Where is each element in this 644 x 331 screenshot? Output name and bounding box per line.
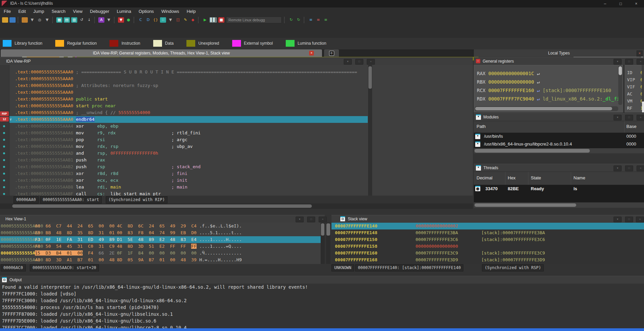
- flags-panel[interactable]: ID 0VIP 0VIF 0AC 0VM 0RF 1: [625, 65, 642, 112]
- panel-close-button[interactable]: ×: [637, 166, 644, 171]
- registers-panel[interactable]: RAX 000000000000001C ↵RBX 00000000000000…: [474, 65, 623, 112]
- stack-vertical-scroll-thumb[interactable]: [326, 223, 330, 236]
- dropdown-icon[interactable]: ▼: [106, 17, 112, 23]
- threads-column-state[interactable]: State: [531, 175, 541, 180]
- register-row[interactable]: RAX 000000000000001C ↵: [477, 71, 540, 76]
- disasm-line[interactable]: .text:000055555555AAA0 public start: [0, 96, 473, 103]
- tab-output[interactable]: 0: [324, 49, 339, 57]
- panel-dock-button[interactable]: ▾: [613, 59, 622, 65]
- tab-local-types[interactable]: Local Types: [474, 49, 644, 57]
- dropdown-icon[interactable]: ▼: [29, 17, 35, 23]
- module-row[interactable]: */usr/lib/x86_64-linux-gnu/libpcre2-8.so…: [474, 140, 644, 148]
- resume-icon[interactable]: ●: [125, 17, 132, 23]
- disasm-line[interactable]: .text:000055555555AAA0: [0, 89, 473, 96]
- menu-item-edit[interactable]: Edit: [15, 7, 29, 16]
- panel-maximize-button[interactable]: □: [625, 166, 633, 171]
- register-row[interactable]: RCX 00007FFFFFFFE160 ↵ [stack]:00007FFFF…: [477, 88, 611, 93]
- disasm-line[interactable]: .text:000055555555AABF call cs:__libc_st…: [0, 191, 473, 196]
- panel-close-button[interactable]: ×: [367, 59, 375, 65]
- flag-row[interactable]: AC 0: [627, 91, 643, 96]
- disassembly-view[interactable]: .text:000055555555AAA0 ; ===============…: [0, 65, 473, 196]
- disasm-horizontal-scroll-thumb[interactable]: [12, 204, 312, 208]
- threads-table[interactable]: ◉3347082BEReadyls: [474, 185, 644, 202]
- disasm-line[interactable]: .text:000055555555AAA6 mov r9, rdx ; rtl…: [0, 130, 473, 136]
- disasm-line[interactable]: .text:000055555555AAA0 start proc near: [0, 103, 473, 109]
- breakpoint-icon[interactable]: ▼: [118, 17, 124, 23]
- menu-item-file[interactable]: File: [0, 7, 15, 16]
- flag-row[interactable]: RF 1: [627, 106, 643, 111]
- window-list-icon[interactable]: ▥: [71, 17, 77, 23]
- register-row[interactable]: RBX 0000000000000000 ↵: [477, 79, 540, 85]
- list-red-icon[interactable]: ≡: [315, 17, 321, 23]
- hex-vertical-scroll-thumb[interactable]: [321, 223, 324, 236]
- panel-dock-button[interactable]: ▾: [613, 217, 622, 222]
- debugger-setup-icon[interactable]: D: [145, 17, 151, 23]
- refresh-debugger-icon[interactable]: ↻: [296, 17, 302, 23]
- maximize-button[interactable]: □: [613, 0, 628, 7]
- flag-row[interactable]: VM 0: [627, 98, 643, 104]
- disasm-line[interactable]: .text:000055555555AAA0: [0, 75, 473, 82]
- panel-maximize-button[interactable]: □: [625, 115, 633, 120]
- flag-row[interactable]: VIP 0: [627, 77, 643, 82]
- flags-scroll-thumb[interactable]: [642, 102, 644, 112]
- menu-item-lumina[interactable]: Lumina: [113, 7, 135, 16]
- threads-column-decimal[interactable]: Decimal: [477, 175, 492, 180]
- hex-row[interactable]: 000055555555AA8000 66 C7 44 24 65 00 004…: [0, 223, 321, 229]
- hex-row[interactable]: 000055555555AA90EB BB 48 8D 35 8D 31 010…: [0, 229, 321, 236]
- panel-close-button[interactable]: ×: [636, 217, 644, 222]
- modules-column-base[interactable]: Base: [626, 124, 637, 129]
- panel-maximize-button[interactable]: □: [625, 59, 633, 65]
- disasm-line[interactable]: ∨.text:000055555555AAA0 endbr64: [0, 116, 473, 123]
- debugger-selector[interactable]: Remote Linux debugg: [226, 17, 282, 23]
- jump-arrow-icon[interactable]: ↓: [86, 17, 92, 23]
- disasm-line[interactable]: .text:000055555555AAB6 xor ecx, ecx ; in…: [0, 177, 473, 184]
- braces-icon[interactable]: {}: [153, 17, 159, 23]
- menu-item-debugger[interactable]: Debugger: [86, 7, 113, 16]
- save-file-icon[interactable]: [9, 17, 16, 23]
- window-text-icon[interactable]: ▤: [64, 17, 70, 23]
- threads-column-name[interactable]: Name: [573, 175, 585, 180]
- hex-row[interactable]: 000055555555AAB0F0 50 54 45 31 C0 31 C94…: [0, 243, 321, 250]
- column-divider[interactable]: [505, 172, 505, 185]
- hex-row[interactable]: 000055555555AAC015 D3 B4 01 00 F4 66 2E0…: [0, 250, 321, 257]
- compiler-icon[interactable]: C: [138, 17, 144, 23]
- threads-horizontal-scrollbar[interactable]: [474, 202, 644, 208]
- stack-row[interactable]: 00007FFFFFFFE16800007FFFFFFFE3D9[stack]:…: [331, 257, 644, 263]
- modules-horizontal-scrollbar[interactable]: [474, 148, 644, 153]
- pause-process-icon[interactable]: ▌▌: [209, 17, 217, 23]
- thread-row[interactable]: ◉3347082BEReadyls: [474, 185, 644, 193]
- disasm-line[interactable]: .text:000055555555AAA9 pop rsi ; argc: [0, 136, 473, 143]
- undo-icon[interactable]: ↺: [79, 17, 85, 23]
- disasm-vertical-scroll-thumb[interactable]: [368, 66, 372, 89]
- disasm-line[interactable]: .text:000055555555AAB3 xor r8d, r8d ; fi…: [0, 170, 473, 177]
- hex-row[interactable]: 000055555555AAA0F3 0F 1E FA 31 ED 49 89D…: [0, 236, 321, 243]
- stop-sign-icon[interactable]: ◆: [190, 17, 196, 23]
- registers-vertical-scroll-thumb[interactable]: [619, 66, 622, 75]
- panel-dock-button[interactable]: ▾: [296, 217, 304, 222]
- edit-icon[interactable]: ✎: [182, 17, 188, 23]
- panel-close-button[interactable]: ×: [637, 115, 644, 120]
- stack-row[interactable]: 00007FFFFFFFE16000007FFFFFFFE3C9[stack]:…: [331, 250, 644, 257]
- panel-maximize-button[interactable]: □: [625, 217, 633, 222]
- disasm-line[interactable]: .text:000055555555AAB8 lea rdi, main ; m…: [0, 184, 473, 191]
- disasm-line[interactable]: .text:000055555555AAB2 push rsp ; stack_…: [0, 163, 473, 170]
- stack-view[interactable]: 00007FFFFFFFE140000000000000000200007FFF…: [331, 223, 644, 264]
- stack-row[interactable]: 00007FFFFFFFE15000007FFFFFFFE3C6[stack]:…: [331, 236, 644, 243]
- column-divider[interactable]: [528, 172, 528, 185]
- list-blue-icon[interactable]: ≡: [308, 17, 314, 23]
- panel-dock-button[interactable]: ▾: [613, 166, 622, 171]
- start-process-icon[interactable]: ▶: [202, 17, 208, 23]
- dropdown-icon[interactable]: ▼: [167, 17, 174, 23]
- disasm-line[interactable]: .text:000055555555AAB1 push rax: [0, 157, 473, 163]
- menu-item-view[interactable]: View: [69, 7, 86, 16]
- hex-row[interactable]: 000055555555AAD048 8D 3D A1 B7 01 00 488…: [0, 257, 321, 263]
- register-row[interactable]: RDX 00007FFFF7FC9040 ↵ ld_linux_x86_64.s…: [477, 96, 623, 102]
- refresh-memory-icon[interactable]: ↻: [288, 17, 294, 23]
- menu-item-help[interactable]: Help: [183, 7, 200, 16]
- brackets-icon[interactable]: []: [175, 17, 181, 23]
- menu-item-search[interactable]: Search: [48, 7, 69, 16]
- stack-row[interactable]: 00007FFFFFFFE1580000000000000000: [331, 243, 644, 250]
- panel-maximize-button[interactable]: □: [355, 59, 363, 65]
- open-file-icon[interactable]: [2, 17, 8, 23]
- list-green-icon[interactable]: ≡: [323, 17, 329, 23]
